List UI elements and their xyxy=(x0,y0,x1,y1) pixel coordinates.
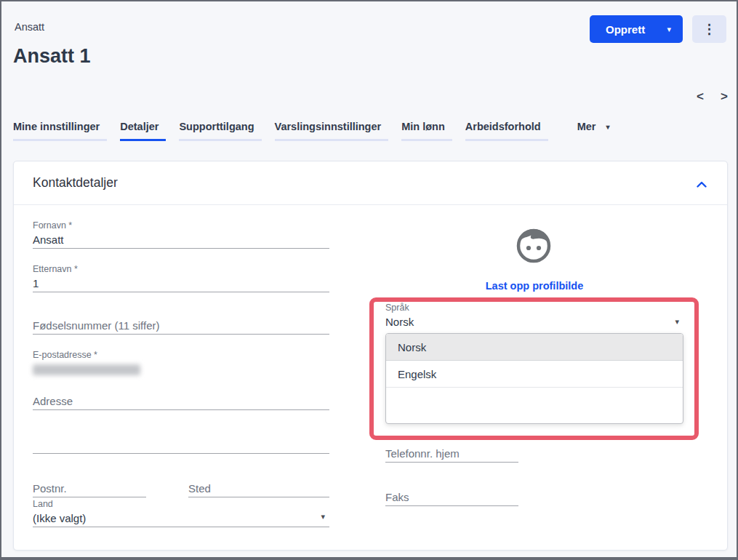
telefonnr-hjem-input[interactable]: Telefonnr. hjem xyxy=(385,447,518,461)
chevron-down-icon: ▾ xyxy=(667,25,671,34)
fodselsnummer-input[interactable]: Fødselsnummer (11 siffer) xyxy=(33,319,329,333)
tabs-scroll-left-button[interactable]: < xyxy=(692,89,708,105)
tab-mine-innstillinger[interactable]: Mine innstillinger xyxy=(13,121,107,141)
sprak-option-norsk[interactable]: Norsk xyxy=(386,334,683,361)
upload-profile-photo-link[interactable]: Last opp profilbilde xyxy=(385,279,683,292)
tab-min-lonn[interactable]: Min lønn xyxy=(401,121,452,141)
etternavn-input[interactable]: 1 xyxy=(33,276,329,291)
tab-detaljer[interactable]: Detaljer xyxy=(120,121,166,141)
telefonnr-hjem-underline xyxy=(385,462,518,463)
fornavn-label: Fornavn * xyxy=(33,220,329,231)
land-underline xyxy=(33,527,329,527)
epostadresse-label: E-postadresse * xyxy=(33,349,329,361)
tab-varslingsinnstillinger[interactable]: Varslingsinnstillinger xyxy=(275,121,389,141)
page-title: Ansatt 1 xyxy=(13,45,91,68)
tab-mer[interactable]: Mer ▾ xyxy=(577,121,617,139)
card-header: Kontaktdetaljer xyxy=(14,161,727,205)
adresse-underline xyxy=(33,409,329,410)
chevron-up-icon xyxy=(697,181,707,188)
adresse-line2-underline[interactable] xyxy=(33,453,329,454)
section-title: Kontaktdetaljer xyxy=(33,175,118,191)
postnr-input[interactable]: Postnr. xyxy=(33,481,146,496)
sprak-select[interactable]: Norsk xyxy=(385,315,683,329)
land-select[interactable]: (Ikke valgt) xyxy=(33,511,329,526)
kebab-menu-button[interactable]: ⋮ xyxy=(692,15,726,43)
etternavn-underline xyxy=(33,292,329,292)
sted-input[interactable]: Sted xyxy=(188,481,329,496)
chevron-left-icon: < xyxy=(697,89,704,104)
adresse-input[interactable]: Adresse xyxy=(33,394,329,409)
collapse-section-button[interactable] xyxy=(695,177,708,191)
profile-avatar xyxy=(512,223,555,266)
kebab-icon: ⋮ xyxy=(703,21,716,37)
fornavn-input[interactable]: Ansatt xyxy=(33,233,329,247)
tabs-scroll-right-button[interactable]: > xyxy=(716,89,732,105)
chevron-right-icon: > xyxy=(721,89,728,104)
fornavn-underline xyxy=(33,248,329,249)
breadcrumb: Ansatt xyxy=(15,21,44,33)
contact-details-card: Kontaktdetaljer Fornavn * Ansatt Etterna… xyxy=(13,161,728,551)
fodselsnummer-underline xyxy=(33,334,329,335)
tab-arbeidsforhold[interactable]: Arbeidsforhold xyxy=(465,121,548,141)
tab-bar: Mine innstillinger Detaljer Supporttilga… xyxy=(13,121,617,141)
faks-input[interactable]: Faks xyxy=(385,490,518,505)
face-icon xyxy=(512,223,555,266)
tab-mer-label: Mer xyxy=(577,121,596,132)
postnr-underline xyxy=(33,497,146,497)
etternavn-label: Etternavn * xyxy=(33,263,329,275)
chevron-down-icon: ▾ xyxy=(321,512,325,521)
epostadresse-redacted-value xyxy=(33,364,140,375)
faks-underline xyxy=(385,505,518,506)
sted-underline xyxy=(188,497,329,497)
chevron-down-icon: ▾ xyxy=(606,123,610,131)
chevron-down-icon: ▾ xyxy=(675,317,679,327)
create-button[interactable]: Opprett ▾ xyxy=(590,15,683,43)
sprak-option-engelsk[interactable]: Engelsk xyxy=(386,361,683,388)
land-label: Land xyxy=(33,498,329,510)
tab-supporttilgang[interactable]: Supporttilgang xyxy=(179,121,261,141)
create-button-label: Opprett xyxy=(606,23,645,36)
sprak-dropdown-list: Norsk Engelsk xyxy=(385,333,683,424)
sprak-label: Språk xyxy=(385,302,683,313)
app-window: Ansatt Ansatt 1 Opprett ▾ ⋮ < > Mine inn… xyxy=(0,0,738,560)
